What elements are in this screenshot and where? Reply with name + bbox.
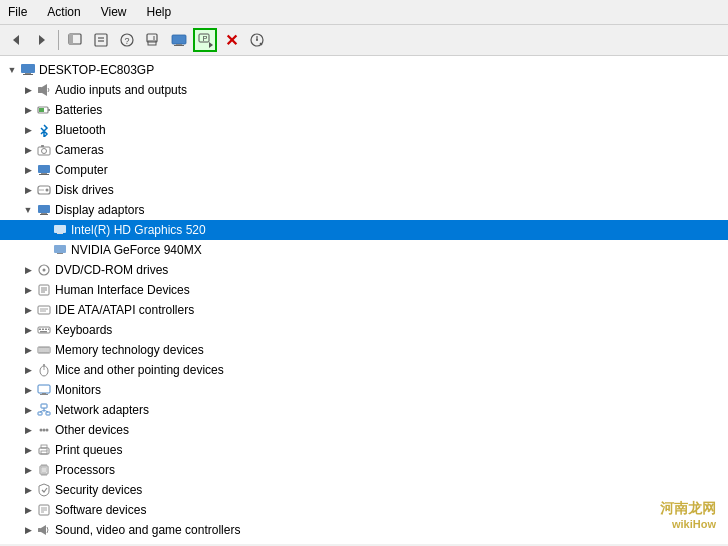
svg-rect-40 (41, 213, 47, 214)
svg-rect-32 (41, 145, 44, 147)
svg-marker-99 (41, 525, 46, 535)
svg-rect-74 (38, 412, 42, 415)
tree-item-sound[interactable]: ▶ Sound, video and game controllers (0, 520, 728, 540)
processors-icon (36, 462, 52, 478)
cameras-icon (36, 142, 52, 158)
svg-rect-33 (38, 165, 50, 173)
svg-rect-43 (57, 233, 63, 234)
root-expand-icon[interactable]: ▼ (4, 62, 20, 78)
svg-rect-71 (42, 393, 46, 394)
displayadaptors-expand-icon[interactable]: ▼ (20, 202, 36, 218)
tree-item-software[interactable]: ▶ Software devices (0, 500, 728, 520)
tree-item-computer[interactable]: ▶ Computer (0, 160, 728, 180)
processors-label: Processors (55, 463, 115, 477)
tree-item-batteries[interactable]: ▶ Batteries (0, 100, 728, 120)
show-hide-button[interactable] (63, 28, 87, 52)
tree-item-diskdrives[interactable]: ▶ Disk drives (0, 180, 728, 200)
hid-label: Human Interface Devices (55, 283, 190, 297)
tree-item-dvd[interactable]: ▶ DVD/CD-ROM drives (0, 260, 728, 280)
keyboards-icon (36, 322, 52, 338)
menu-view[interactable]: View (97, 3, 131, 21)
batteries-expand-icon[interactable]: ▶ (20, 102, 36, 118)
tree-item-intel[interactable]: Intel(R) HD Graphics 520 (0, 220, 728, 240)
properties-button[interactable] (89, 28, 113, 52)
svg-rect-4 (95, 34, 107, 46)
svg-rect-12 (172, 35, 186, 44)
security-icon (36, 482, 52, 498)
tree-item-print[interactable]: ▶ Print queues (0, 440, 728, 460)
tree-item-monitors[interactable]: ▶ Monitors (0, 380, 728, 400)
svg-rect-44 (54, 245, 66, 253)
help-button[interactable]: ? (115, 28, 139, 52)
remove-button[interactable]: ✕ (219, 28, 243, 52)
print-expand-icon[interactable]: ▶ (20, 442, 36, 458)
processors-expand-icon[interactable]: ▶ (20, 462, 36, 478)
back-button[interactable] (4, 28, 28, 52)
audio-icon (36, 82, 52, 98)
memory-expand-icon[interactable]: ▶ (20, 342, 36, 358)
tree-item-other[interactable]: ▶ Other devices (0, 420, 728, 440)
computer-expand-icon[interactable]: ▶ (20, 162, 36, 178)
svg-rect-73 (41, 404, 47, 408)
tree-item-processors[interactable]: ▶ Processors (0, 460, 728, 480)
keyboards-expand-icon[interactable]: ▶ (20, 322, 36, 338)
diskdrives-expand-icon[interactable]: ▶ (20, 182, 36, 198)
ide-expand-icon[interactable]: ▶ (20, 302, 36, 318)
audio-expand-icon[interactable]: ▶ (20, 82, 36, 98)
tree-item-cameras[interactable]: ▶ Cameras (0, 140, 728, 160)
highlighted-action-button[interactable]: P (193, 28, 217, 52)
tree-item-keyboards[interactable]: ▶ Keyboards (0, 320, 728, 340)
update-driver-button[interactable] (141, 28, 165, 52)
menu-file[interactable]: File (4, 3, 31, 21)
software-expand-icon[interactable]: ▶ (20, 502, 36, 518)
svg-rect-75 (46, 412, 50, 415)
sound-icon (36, 522, 52, 538)
nvidia-icon (52, 242, 68, 258)
menu-help[interactable]: Help (143, 3, 176, 21)
storage-expand-icon[interactable]: ▶ (20, 542, 36, 544)
ide-label: IDE ATA/ATAPI controllers (55, 303, 194, 317)
tree-item-audio[interactable]: ▶ Audio inputs and outputs (0, 80, 728, 100)
forward-button[interactable] (30, 28, 54, 52)
tree-item-bluetooth[interactable]: ▶ Bluetooth (0, 120, 728, 140)
tree-item-displayadaptors[interactable]: ▼ Display adaptors (0, 200, 728, 220)
svg-rect-35 (39, 174, 49, 175)
network-label: Network adapters (55, 403, 149, 417)
tree-item-hid[interactable]: ▶ Human Interface Devices (0, 280, 728, 300)
tree-item-nvidia[interactable]: NVIDIA GeForce 940MX (0, 240, 728, 260)
tree-item-memory[interactable]: ▶ Memory technology devices (0, 340, 728, 360)
bluetooth-expand-icon[interactable]: ▶ (20, 122, 36, 138)
svg-rect-52 (38, 306, 50, 314)
network-expand-icon[interactable]: ▶ (20, 402, 36, 418)
cameras-expand-icon[interactable]: ▶ (20, 142, 36, 158)
svg-rect-98 (38, 528, 41, 532)
mice-expand-icon[interactable]: ▶ (20, 362, 36, 378)
sound-expand-icon[interactable]: ▶ (20, 522, 36, 538)
intel-label: Intel(R) HD Graphics 520 (71, 223, 206, 237)
computer-icon-button[interactable] (167, 28, 191, 52)
svg-rect-3 (69, 34, 73, 44)
hid-expand-icon[interactable]: ▶ (20, 282, 36, 298)
svg-point-69 (43, 364, 45, 366)
tree-item-mice[interactable]: ▶ Mice and other pointing devices (0, 360, 728, 380)
svg-rect-57 (42, 329, 44, 331)
svg-rect-72 (40, 394, 48, 395)
tree-root[interactable]: ▼ DESKTOP-EC803GP (0, 60, 728, 80)
device-tree[interactable]: ▼ DESKTOP-EC803GP ▶ Audio inputs and (0, 56, 728, 544)
svg-rect-42 (54, 225, 66, 233)
menu-action[interactable]: Action (43, 3, 84, 21)
dvd-expand-icon[interactable]: ▶ (20, 262, 36, 278)
svg-text:?: ? (124, 36, 129, 46)
intel-icon (52, 222, 68, 238)
other-expand-icon[interactable]: ▶ (20, 422, 36, 438)
svg-rect-25 (38, 87, 42, 93)
monitors-expand-icon[interactable]: ▶ (20, 382, 36, 398)
scan-button[interactable] (245, 28, 269, 52)
tree-item-security[interactable]: ▶ Security devices (0, 480, 728, 500)
tree-item-ide[interactable]: ▶ IDE ATA/ATAPI controllers (0, 300, 728, 320)
toolbar: ? P ✕ (0, 25, 728, 56)
tree-item-network[interactable]: ▶ Network adapters (0, 400, 728, 420)
tree-item-storage[interactable]: ▶ Storage controllers (0, 540, 728, 544)
security-expand-icon[interactable]: ▶ (20, 482, 36, 498)
watermark: 河南龙网 wikiHow (660, 500, 716, 530)
